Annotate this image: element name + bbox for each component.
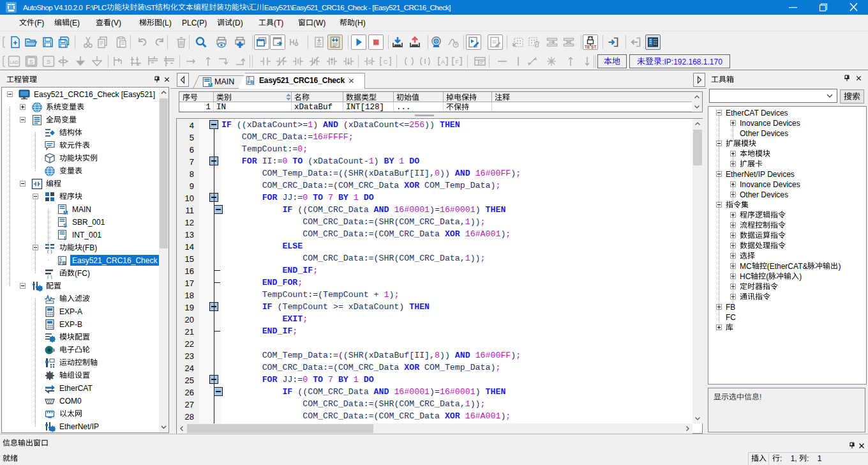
svg-text:M: M [63, 210, 68, 216]
svg-text:S: S [63, 222, 67, 229]
svg-text:A: A [441, 59, 445, 65]
svg-text:TE ST: TE ST [585, 45, 596, 49]
svg-text:C: C [384, 59, 388, 65]
svg-text:I: I [64, 235, 66, 241]
svg-text:S: S [29, 59, 33, 65]
svg-text:FB: FB [59, 260, 66, 266]
svg-text:(): () [47, 274, 53, 279]
svg-text:(): () [47, 248, 53, 254]
svg-text:S: S [368, 59, 372, 65]
svg-text:FB: FB [248, 79, 255, 85]
svg-text:F: F [456, 59, 460, 65]
svg-text:M: M [208, 82, 213, 88]
svg-text:S: S [47, 59, 50, 65]
svg-text:LAD: LAD [10, 60, 19, 65]
